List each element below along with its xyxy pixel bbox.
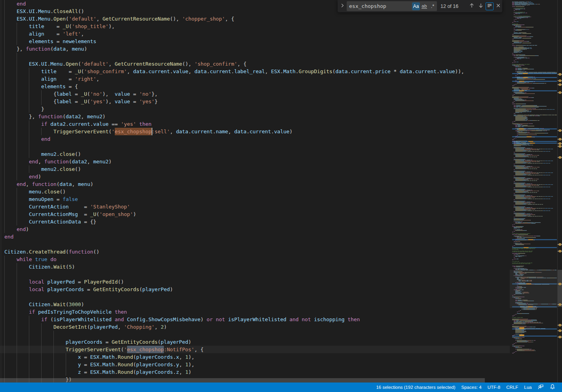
code-token: =	[44, 31, 63, 37]
code-token: },	[4, 114, 38, 119]
code-line: end)	[0, 173, 510, 180]
code-token: 1	[185, 369, 188, 375]
code-token: ,	[228, 129, 234, 134]
code-token: },	[4, 46, 26, 52]
code-token: .	[247, 129, 250, 134]
code-token: value	[274, 129, 289, 134]
code-token: function	[38, 114, 63, 119]
code-line: Citizen.Wait(3000)	[0, 301, 510, 308]
code-token: isPlayerWhitelisted	[228, 316, 286, 322]
code-token: menu2	[41, 166, 57, 172]
code-token: 'chopper_shop'	[182, 16, 225, 22]
status-indentation[interactable]: Spaces: 4	[458, 383, 484, 392]
code-token	[4, 1, 17, 7]
code-token: end	[29, 159, 38, 165]
ruler-find-match-mark	[559, 142, 561, 145]
code-token: value	[440, 68, 455, 74]
find-input[interactable]: esx_chopshop Aa ab .*	[347, 1, 437, 11]
match-case-toggle[interactable]: Aa	[412, 2, 420, 10]
code-token: elements	[41, 83, 66, 89]
code-token: ,	[108, 61, 115, 67]
code-line: menu2.close()	[0, 150, 510, 158]
status-selection-info[interactable]: 16 selections (192 characters selected)	[373, 383, 458, 392]
code-token: _U	[63, 23, 69, 29]
ruler-find-match-mark	[559, 283, 561, 285]
code-editor[interactable]: end ESX.UI.Menu.CloseAll() ESX.UI.Menu.O…	[0, 0, 510, 383]
feedback-button[interactable]	[535, 384, 547, 391]
code-token: y	[78, 362, 81, 367]
code-line: local playerPed = PlayerPedId()	[0, 278, 510, 286]
code-token: (),	[170, 16, 182, 22]
chevron-right-icon	[339, 2, 346, 10]
code-line: end)	[0, 225, 510, 233]
ruler-find-match-mark	[559, 243, 561, 246]
code-token: ShowCopsMisbehave	[148, 316, 201, 322]
overview-ruler[interactable]	[557, 0, 562, 392]
whole-word-toggle[interactable]: ab	[420, 2, 428, 10]
code-line: }	[0, 105, 510, 113]
code-token	[4, 196, 29, 202]
code-token: ESX	[90, 354, 99, 360]
status-encoding[interactable]: UTF-8	[484, 383, 503, 392]
code-token: value	[173, 68, 188, 74]
code-token: ESX	[17, 16, 26, 22]
code-line: DecorSetInt(playerPed, 'Chopping', 2)	[0, 323, 510, 331]
bell-icon	[549, 386, 556, 391]
code-token: menu2	[87, 114, 103, 119]
status-eol[interactable]: CRLF	[503, 383, 521, 392]
code-token: ,	[154, 324, 161, 330]
code-token: CurrentActionMsg	[29, 211, 78, 217]
code-token: =	[53, 38, 63, 44]
code-line: playerCoords = GetEntityCoords(playerPed…	[0, 338, 510, 346]
code-token: =	[57, 76, 75, 82]
code-token: GetEntityCoords	[93, 286, 139, 292]
code-token: .	[145, 68, 148, 74]
code-line: if data2.current.value == 'yes' then	[0, 120, 510, 128]
code-token: local	[29, 286, 44, 292]
close-find-widget-button[interactable]	[494, 2, 502, 10]
previous-match-button[interactable]	[467, 2, 476, 10]
code-token: align	[41, 76, 57, 82]
code-token: current	[351, 68, 372, 74]
code-token	[4, 181, 17, 187]
code-token: current	[210, 68, 231, 74]
code-token: .	[50, 8, 53, 14]
find-in-selection-button[interactable]	[486, 2, 494, 10]
code-token: (	[66, 264, 69, 270]
code-token: , {	[237, 61, 247, 67]
code-line: title = _U('shop_title'),	[0, 23, 510, 30]
code-token: current	[148, 68, 170, 74]
code-token: ()	[75, 151, 81, 157]
code-token: label_real	[234, 68, 265, 74]
code-token: 'left'	[63, 31, 81, 37]
code-token: label	[57, 98, 72, 104]
code-token	[4, 23, 29, 29]
horizontal-scrollbar[interactable]	[0, 378, 485, 383]
code-token: title	[41, 68, 57, 74]
status-language[interactable]: Lua	[521, 383, 535, 392]
code-token: price	[375, 68, 391, 74]
code-token: .	[41, 189, 44, 195]
minimap[interactable]	[510, 0, 557, 392]
code-token: )	[26, 226, 29, 232]
code-token: }	[154, 98, 158, 104]
code-token: )	[289, 129, 292, 134]
notifications-button[interactable]	[547, 384, 558, 391]
code-token: close	[59, 151, 75, 157]
regex-toggle[interactable]: .*	[429, 2, 437, 10]
code-token: (	[66, 249, 69, 255]
toggle-replace-button[interactable]	[339, 0, 346, 12]
code-token: playerPed	[47, 279, 75, 285]
ruler-find-match-mark	[559, 324, 561, 326]
code-token: 'shop_confirm'	[84, 68, 127, 74]
code-token: )	[201, 316, 207, 322]
code-token: 3000	[69, 301, 81, 307]
code-token: ()	[93, 249, 100, 255]
code-token: ,	[265, 68, 271, 74]
code-token: x	[78, 354, 81, 360]
code-line: if (isPlayerWhitelisted and Config.ShowC…	[0, 316, 510, 323]
code-line: elements = newelements	[0, 38, 510, 45]
ruler-find-match-mark	[559, 336, 561, 338]
code-token	[4, 309, 29, 315]
next-match-button[interactable]	[477, 2, 485, 10]
